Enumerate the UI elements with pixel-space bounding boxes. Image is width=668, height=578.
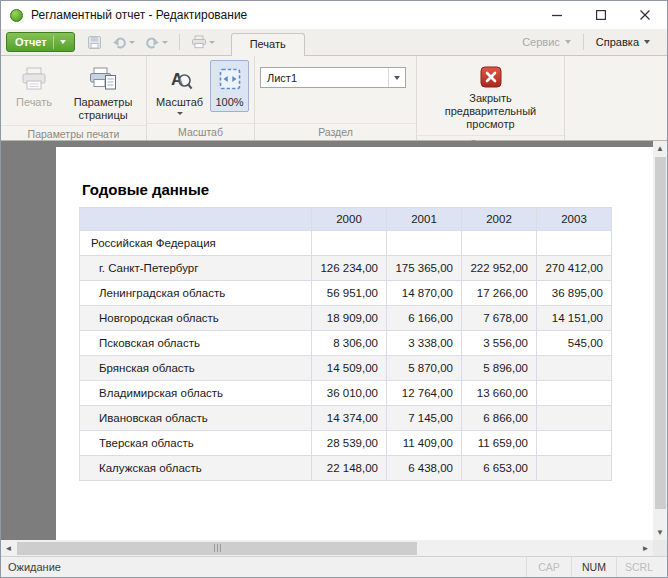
cell-value: 5 896,00 bbox=[462, 356, 537, 381]
chevron-down-icon bbox=[177, 112, 183, 115]
cell-value: 126 234,00 bbox=[312, 256, 387, 281]
zoom-100-button-label: 100% bbox=[215, 96, 243, 109]
preview-area: Годовые данные 2000200120022003 Российск… bbox=[1, 141, 667, 556]
horizontal-scroll-thumb[interactable] bbox=[17, 542, 417, 555]
cell-value: 5 870,00 bbox=[387, 356, 462, 381]
table-row: г. Санкт-Петербург126 234,00175 365,0022… bbox=[80, 256, 612, 281]
minimize-button[interactable] bbox=[535, 1, 579, 29]
save-icon bbox=[87, 35, 102, 50]
ribbon-group-section: Лист1 Раздел bbox=[255, 56, 417, 140]
cell-value: 270 412,00 bbox=[537, 256, 612, 281]
app-icon bbox=[10, 9, 23, 22]
ribbon-group-label: Раздел bbox=[255, 123, 416, 140]
column-header: 2000 bbox=[312, 208, 387, 231]
help-menu[interactable]: Справка bbox=[587, 36, 659, 48]
toolbar-separator bbox=[583, 34, 584, 50]
redo-button[interactable] bbox=[143, 34, 170, 51]
table-row: Псковская область8 306,003 338,003 556,0… bbox=[80, 331, 612, 356]
section-combobox[interactable]: Лист1 bbox=[260, 67, 406, 88]
tab-print[interactable]: Печать bbox=[231, 33, 305, 56]
quick-print-button[interactable] bbox=[189, 33, 217, 51]
cell-value bbox=[537, 231, 612, 256]
scroll-left-arrow[interactable]: ◄ bbox=[1, 540, 16, 556]
titlebar: Регламентный отчет - Редактирование bbox=[1, 1, 667, 29]
row-label: Псковская область bbox=[80, 331, 312, 356]
table-row: Ленинградская область56 951,0014 870,001… bbox=[80, 281, 612, 306]
ribbon-group-items: Закрыть предварительный просмотр bbox=[417, 56, 564, 135]
window-controls bbox=[535, 1, 667, 29]
close-icon bbox=[640, 10, 650, 20]
ribbon-group-scale: A Масштаб 100% Масштаб bbox=[147, 56, 255, 140]
cell-value bbox=[312, 231, 387, 256]
ribbon-group-items: Лист1 bbox=[255, 56, 416, 123]
scroll-down-arrow[interactable]: ▼ bbox=[653, 525, 667, 540]
vertical-scroll-thumb[interactable] bbox=[655, 157, 666, 509]
column-header: 2001 bbox=[387, 208, 462, 231]
chevron-down-icon bbox=[644, 40, 650, 44]
column-header bbox=[80, 208, 312, 231]
thumb-grip bbox=[220, 544, 221, 552]
close-preview-button[interactable]: Закрыть предварительный просмотр bbox=[423, 60, 559, 135]
row-label: Ивановская область bbox=[80, 406, 312, 431]
close-button[interactable] bbox=[623, 1, 667, 29]
cell-value: 12 764,00 bbox=[387, 381, 462, 406]
scroll-up-arrow[interactable]: ▲ bbox=[653, 141, 667, 156]
report-menu-button[interactable]: Отчет bbox=[6, 32, 75, 52]
column-header: 2003 bbox=[537, 208, 612, 231]
cell-value bbox=[462, 231, 537, 256]
scale-button[interactable]: A Масштаб bbox=[152, 60, 207, 118]
report-table: 2000200120022003 Российская Федерацияг. … bbox=[79, 207, 612, 481]
zoom-100-button[interactable]: 100% bbox=[210, 60, 249, 112]
window: Регламентный отчет - Редактирование Отче… bbox=[0, 0, 668, 578]
ribbon: Печать Параметры страницы Параметры печа… bbox=[1, 56, 667, 141]
chevron-down-icon bbox=[129, 41, 135, 44]
report-title: Годовые данные bbox=[82, 181, 209, 198]
cell-value: 14 870,00 bbox=[387, 281, 462, 306]
cell-value bbox=[387, 231, 462, 256]
page-setup-icon bbox=[89, 65, 117, 93]
chevron-down-icon bbox=[565, 40, 571, 44]
report-divider bbox=[53, 36, 54, 49]
table-row: Брянская область14 509,005 870,005 896,0… bbox=[80, 356, 612, 381]
chevron-down-icon bbox=[209, 41, 215, 44]
cell-value: 11 659,00 bbox=[462, 431, 537, 456]
cell-value: 8 306,00 bbox=[312, 331, 387, 356]
printer-icon bbox=[20, 65, 48, 93]
print-button[interactable]: Печать bbox=[6, 60, 62, 112]
row-label: Владимирская область bbox=[80, 381, 312, 406]
undo-button[interactable] bbox=[110, 34, 137, 51]
save-button[interactable] bbox=[85, 33, 104, 52]
zoom-100-icon bbox=[217, 65, 243, 93]
cell-value bbox=[537, 381, 612, 406]
cell-value: 36 895,00 bbox=[537, 281, 612, 306]
ribbon-group-label: Масштаб bbox=[147, 123, 254, 140]
scroll-right-arrow[interactable]: ► bbox=[638, 540, 653, 556]
combobox-arrow[interactable] bbox=[388, 68, 405, 87]
cell-value: 6 438,00 bbox=[387, 456, 462, 481]
cell-value: 175 365,00 bbox=[387, 256, 462, 281]
ribbon-group-label: Параметры печати bbox=[1, 125, 146, 142]
help-menu-label: Справка bbox=[596, 36, 639, 48]
cell-value bbox=[537, 456, 612, 481]
quick-access-toolbar bbox=[85, 33, 217, 52]
status-text: Ожидание bbox=[8, 561, 61, 573]
chevron-down-icon bbox=[162, 41, 168, 44]
cell-value: 3 338,00 bbox=[387, 331, 462, 356]
service-menu[interactable]: Сервис bbox=[513, 36, 580, 48]
redo-icon bbox=[145, 36, 160, 49]
cell-value: 17 266,00 bbox=[462, 281, 537, 306]
horizontal-scrollbar[interactable]: ◄ ► bbox=[1, 540, 653, 556]
vertical-scrollbar[interactable]: ▲ ▼ bbox=[653, 141, 667, 540]
cell-value: 18 909,00 bbox=[312, 306, 387, 331]
close-preview-button-label: Закрыть предварительный просмотр bbox=[427, 92, 555, 132]
cell-value: 11 409,00 bbox=[387, 431, 462, 456]
status-bar: Ожидание CAP NUM SCRL bbox=[1, 556, 667, 577]
num-lock-indicator: NUM bbox=[571, 557, 616, 577]
page-setup-button[interactable]: Параметры страницы bbox=[65, 60, 141, 125]
chevron-down-icon bbox=[60, 40, 66, 44]
row-label: Новгородская область bbox=[80, 306, 312, 331]
cell-value: 222 952,00 bbox=[462, 256, 537, 281]
maximize-button[interactable] bbox=[579, 1, 623, 29]
scale-button-label: Масштаб bbox=[156, 96, 203, 109]
cell-value: 14 509,00 bbox=[312, 356, 387, 381]
